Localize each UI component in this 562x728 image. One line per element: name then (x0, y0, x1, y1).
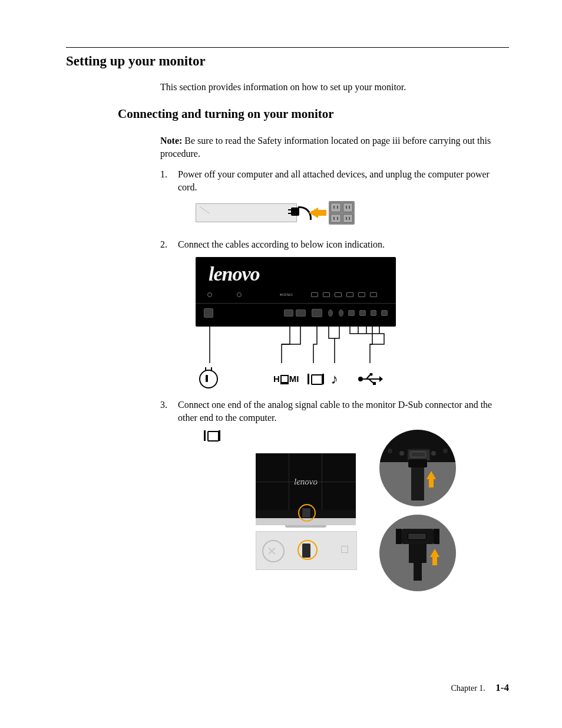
page-number: 1-4 (495, 682, 509, 693)
wall-outlet-icon (329, 201, 355, 225)
monitor-back-panel-icon: lenovo HDMI (196, 257, 396, 327)
usb-port-icon (381, 310, 388, 316)
vga-icon (204, 430, 220, 442)
steps-list: 1. Power off your computer and all attac… (160, 168, 509, 591)
step-3: 3. Connect one end of the analog signal … (160, 398, 509, 591)
figure-unplug (196, 199, 509, 228)
step-2-number: 2. (160, 238, 167, 251)
connector-legend: HMI ♪ (196, 370, 396, 388)
highlight-ring-icon (297, 540, 318, 560)
intro-paragraph: This section provides information on how… (160, 82, 509, 93)
closeup-monitor-port-icon (379, 430, 456, 506)
step-3-text: Connect one end of the analog signal cab… (178, 400, 492, 423)
chapter-label: Chapter 1. (451, 684, 485, 693)
audio-port-icon (339, 309, 343, 317)
svg-rect-6 (373, 382, 376, 385)
step-1-text: Power off your computer and all attached… (178, 169, 490, 192)
power-strip-icon (196, 203, 297, 222)
usb-port-icon (348, 310, 355, 316)
leader-lines (196, 327, 396, 370)
screw-icon (237, 292, 242, 297)
monitor-neck-icon (256, 510, 356, 525)
vga-port-icon (312, 309, 322, 317)
monitor-and-pc-diagram: lenovo (250, 430, 362, 570)
note-text: Be sure to read the Safety information l… (160, 136, 491, 159)
note-paragraph: Note: Be sure to read the Safety informa… (160, 134, 509, 160)
step-1: 1. Power off your computer and all attac… (160, 168, 509, 228)
step-1-number: 1. (160, 168, 167, 181)
top-rule (66, 47, 509, 48)
audio-port-icon (328, 309, 333, 317)
section-heading: Setting up your monitor (66, 54, 509, 69)
hdmi-icon: HMI (273, 373, 299, 385)
hdmi-port-icon (296, 309, 306, 317)
orange-arrow-up-icon (427, 471, 436, 479)
power-icon (199, 370, 218, 388)
port-label-icons (311, 292, 389, 297)
monitor-front-icon: lenovo (256, 453, 356, 510)
vga-icon (308, 373, 324, 385)
note-label: Note: (160, 136, 182, 146)
hdmi-label-small: HDMI (280, 292, 293, 298)
screw-icon (207, 292, 212, 297)
figure-back-panel: lenovo HDMI (196, 257, 509, 388)
orange-arrow-left-icon (309, 207, 318, 218)
svg-line-3 (366, 375, 370, 379)
usb-port-icon (371, 310, 377, 316)
step-2-text: Connect the cables according to below ic… (178, 239, 385, 249)
step-3-number: 3. (160, 398, 167, 411)
step-2: 2. Connect the cables according to below… (160, 238, 509, 388)
usb-icon (358, 373, 383, 385)
fan-icon (262, 540, 285, 562)
closeup-pc-port-icon (379, 515, 456, 591)
pc-back-icon (256, 531, 357, 570)
lenovo-logo: lenovo (209, 261, 260, 288)
svg-line-5 (369, 379, 373, 383)
subsection-heading: Connecting and turning on your monitor (118, 107, 509, 121)
hdmi-port-icon (284, 309, 294, 317)
plug-icon (283, 205, 299, 218)
orange-arrow-up-icon (430, 549, 439, 557)
port-row (201, 308, 390, 318)
document-page: Setting up your monitor This section pro… (0, 0, 562, 728)
highlight-ring-icon (298, 504, 316, 522)
figure-dsub: lenovo (196, 430, 509, 591)
usb-port-icon (359, 310, 366, 316)
audio-icon: ♪ (331, 372, 338, 386)
io-port-icon (341, 546, 348, 553)
body-content: Note: Be sure to read the Safety informa… (160, 134, 509, 591)
power-port-icon (204, 308, 213, 318)
page-footer: Chapter 1. 1-4 (451, 682, 510, 694)
svg-marker-2 (379, 376, 383, 382)
